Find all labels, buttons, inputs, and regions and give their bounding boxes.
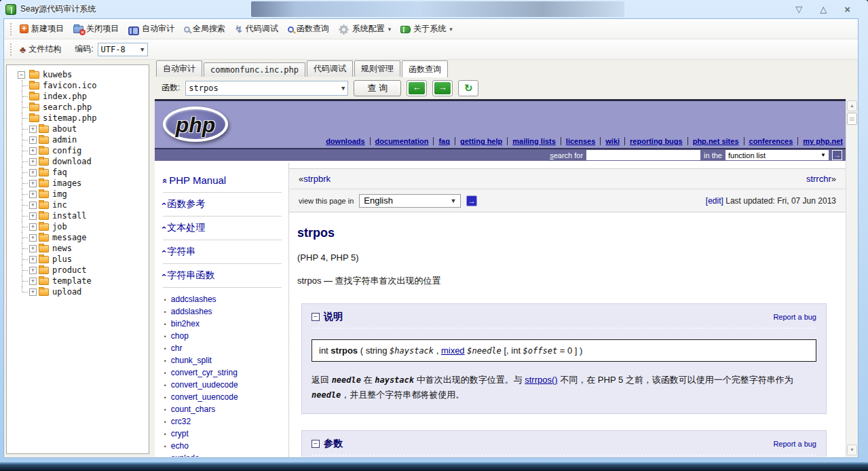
tree-item-job[interactable]: +job [8,221,147,232]
expand-icon[interactable]: + [29,136,37,144]
sidebar-function-link[interactable]: convert_uuencode [171,392,238,402]
manual-sidebar-section-link[interactable]: 函数参考 [167,198,205,209]
collapse-icon[interactable]: − [18,71,25,79]
tree-item-product[interactable]: +product [8,265,147,276]
tree-root[interactable]: − kuwebs [8,69,147,80]
tree-item-config[interactable]: +config [8,145,147,156]
php-nav-link[interactable]: reporting bugs [624,137,687,145]
tab-function-query[interactable]: 函数查询 [402,60,448,77]
sidebar-function-link[interactable]: addslashes [171,307,212,316]
manual-sidebar-section-link[interactable]: 字符串 [167,246,195,257]
manual-sidebar-section-link[interactable]: 字符串函数 [167,269,214,280]
manual-sidebar-section-link[interactable]: 文本处理 [167,222,205,233]
php-nav-link[interactable]: getting help [455,137,507,145]
expand-icon[interactable]: + [29,169,37,176]
expand-icon[interactable]: + [29,256,37,263]
expand-icon[interactable]: + [29,278,37,285]
file-tree-panel[interactable]: − kuwebs favicon.icoindex.phpsearch.phps… [6,64,149,454]
link-mixed[interactable]: mixed [441,345,465,356]
titlebar[interactable]: Seay源代码审计系统 ▽ △ × [0,0,868,18]
expand-icon[interactable]: + [29,212,37,220]
manual-sidebar-section-link[interactable]: PHP Manual [169,174,226,186]
php-nav-link[interactable]: wiki [600,137,624,145]
sidebar-function-link[interactable]: explode [171,453,200,457]
php-nav-link[interactable]: mailing lists [507,137,561,145]
collapse-section-icon[interactable]: − [312,313,320,321]
function-combobox[interactable]: strpos ▼ [185,81,348,96]
tree-item-img[interactable]: +img [8,189,147,200]
tree-item-upload[interactable]: +upload [8,286,147,297]
auto-audit-button[interactable]: 自动审计 [124,21,178,37]
php-nav-link[interactable]: documentation [370,137,434,145]
search-go-button[interactable]: → [832,150,842,160]
sidebar-function-link[interactable]: convert_uudecode [171,380,238,390]
tree-item-inc[interactable]: +inc [8,200,147,210]
expand-icon[interactable]: + [29,202,37,209]
scroll-up-icon[interactable]: ▲ [847,100,857,111]
prev-page-link[interactable]: «strpbrk [299,174,331,184]
file-structure-button[interactable]: ♣ 文件结构 [16,41,65,57]
sidebar-function-link[interactable]: bin2hex [171,319,200,328]
tree-item-plus[interactable]: +plus [8,254,147,265]
expand-icon[interactable]: + [29,191,37,198]
manual-sidebar-section[interactable]: «PHP Manual [163,170,282,193]
sidebar-function-link[interactable]: chop [171,331,189,341]
sidebar-function-link[interactable]: count_chars [171,404,215,414]
expand-icon[interactable]: + [29,180,37,187]
tree-item-news[interactable]: +news [8,243,147,254]
tree-item-message[interactable]: +message [8,232,147,243]
expand-icon[interactable]: + [29,267,37,274]
manual-sidebar-section[interactable]: ‹字符串 [163,240,282,264]
scroll-down-icon[interactable]: ▼ [847,445,857,455]
refresh-button[interactable]: ↻ [458,80,478,96]
toolbar-gripper[interactable] [10,43,13,56]
expand-icon[interactable]: + [29,223,37,231]
report-a-bug-link[interactable]: Report a bug [773,440,816,448]
sidebar-function-link[interactable]: chunk_split [171,356,212,365]
next-page-link[interactable]: strrchr» [806,174,836,184]
back-button[interactable]: ← [407,80,427,96]
expand-icon[interactable]: + [29,147,37,155]
tree-item-template[interactable]: +template [8,276,147,286]
language-select[interactable]: English ▼ [359,194,461,208]
toolbar-gripper[interactable] [10,22,13,36]
sidebar-function-link[interactable]: chr [171,343,183,353]
tree-item-index-php[interactable]: index.php [8,91,147,102]
php-logo[interactable]: php [163,107,228,142]
browser-scrollbar[interactable]: ▲ ▼ [846,99,857,457]
expand-icon[interactable]: + [29,234,37,242]
scrollbar-thumb[interactable] [847,113,857,125]
tab-code-debug[interactable]: 代码调试 [307,60,353,77]
system-config-button[interactable]: 系统配置▾ [335,21,396,37]
php-search-input[interactable] [586,150,700,160]
expand-icon[interactable]: + [29,245,37,252]
sidebar-function-link[interactable]: convert_cyr_string [171,368,238,377]
global-search-button[interactable]: 全局搜索 [180,21,229,37]
tree-item-search-php[interactable]: search.php [8,102,147,113]
about-system-button[interactable]: 关于系统▾ [396,21,457,37]
search-scope-select[interactable]: function list ▼ [725,150,829,160]
encoding-select[interactable]: UTF-8 ▼ [98,43,148,56]
tab-file-commonfunc[interactable]: commonfunc.inc.php [204,62,305,77]
php-nav-link[interactable]: my php.net [797,137,848,145]
php-nav-link[interactable]: faq [433,137,455,145]
tree-item-sitemap-php[interactable]: sitemap.php [8,113,147,124]
php-nav-link[interactable]: conferences [744,137,798,145]
manual-sidebar-section[interactable]: ‹文本处理 [163,216,282,240]
forward-button[interactable]: → [432,80,453,96]
maximize-button[interactable]: △ [820,0,827,18]
close-project-button[interactable]: 关闭项目 [69,21,123,37]
php-nav-link[interactable]: php.net sites [687,137,744,145]
link-strrpos[interactable]: strrpos() [525,375,557,385]
manual-sidebar-section[interactable]: ‹函数参考 [163,193,282,216]
close-button[interactable]: × [844,0,850,18]
tree-item-favicon-ico[interactable]: favicon.ico [8,80,147,91]
tab-auto-audit[interactable]: 自动审计 [156,60,202,77]
sidebar-function-link[interactable]: crypt [171,429,189,438]
report-a-bug-link[interactable]: Report a bug [773,313,816,321]
language-go-button[interactable]: → [466,195,477,206]
new-project-button[interactable]: 新建项目 [16,21,68,37]
tree-item-faq[interactable]: +faq [8,167,147,178]
tree-item-about[interactable]: +about [8,124,147,134]
sidebar-function-link[interactable]: crc32 [171,417,191,426]
